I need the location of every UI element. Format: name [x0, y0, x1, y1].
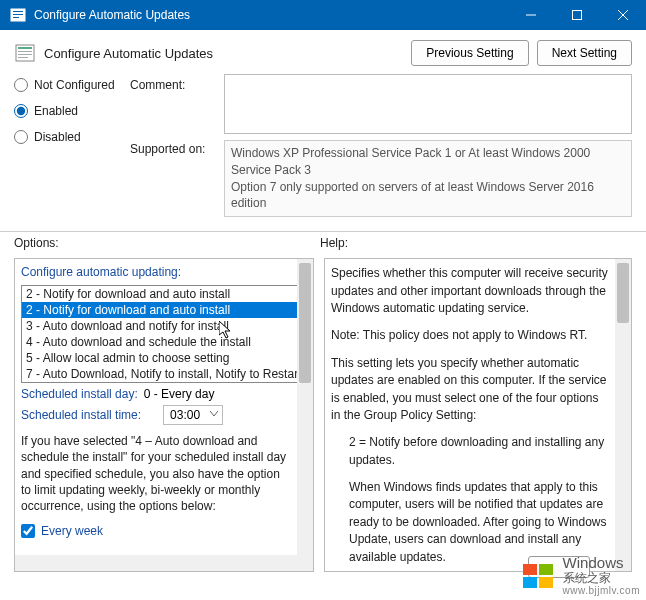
page-icon [14, 42, 36, 64]
help-paragraph: Specifies whether this computer will rec… [331, 265, 609, 317]
scheduled-day-value: 0 - Every day [144, 387, 215, 401]
header-row: Configure Automatic Updates Previous Set… [0, 30, 646, 74]
dropdown-option-3[interactable]: 3 - Auto download and notify for install [22, 318, 297, 334]
page-title: Configure Automatic Updates [44, 46, 403, 61]
horizontal-scrollbar[interactable] [15, 555, 297, 571]
svg-rect-1 [13, 11, 23, 12]
help-pane: Specifies whether this computer will rec… [324, 258, 632, 572]
svg-rect-5 [573, 11, 582, 20]
scrollbar-thumb[interactable] [299, 263, 311, 383]
titlebar: Configure Automatic Updates [0, 0, 646, 30]
help-content: Specifies whether this computer will rec… [325, 259, 615, 571]
svg-rect-9 [18, 47, 32, 49]
svg-rect-14 [539, 564, 553, 575]
panes: Configure automatic updating: 2 - Notify… [0, 250, 646, 572]
maximize-button[interactable] [554, 0, 600, 30]
window-controls [508, 0, 646, 30]
pane-headers: Options: Help: [0, 236, 646, 250]
previous-setting-button[interactable]: Previous Setting [411, 40, 528, 66]
svg-rect-3 [13, 17, 19, 18]
scheduled-time-label: Scheduled install time: [21, 408, 141, 422]
field-values: Windows XP Professional Service Pack 1 o… [224, 74, 632, 217]
minimize-button[interactable] [508, 0, 554, 30]
help-paragraph: This setting lets you specify whether au… [331, 355, 609, 425]
configure-updating-label: Configure automatic updating: [21, 265, 291, 279]
svg-rect-2 [13, 14, 23, 15]
dropdown-option-4[interactable]: 4 - Auto download and schedule the insta… [22, 334, 297, 350]
supported-on-label: Supported on: [130, 138, 220, 156]
windows-logo-icon [521, 560, 557, 592]
config-grid: Not Configured Enabled Disabled Comment:… [0, 74, 646, 223]
window-body: Configure Automatic Updates Previous Set… [0, 30, 646, 600]
scheduled-day-label: Scheduled install day: [21, 387, 138, 401]
app-icon [10, 7, 26, 23]
state-radios: Not Configured Enabled Disabled [14, 74, 126, 217]
close-button[interactable] [600, 0, 646, 30]
supported-on-text: Windows XP Professional Service Pack 1 o… [224, 140, 632, 217]
help-paragraph: 2 = Notify before downloading and instal… [331, 434, 609, 469]
scheduled-day-row: Scheduled install day: 0 - Every day [21, 387, 291, 401]
options-content: Configure automatic updating: 2 - Notify… [15, 259, 297, 571]
configure-updating-dropdown[interactable]: 2 - Notify for download and auto install… [21, 285, 297, 383]
help-paragraph: Note: This policy does not apply to Wind… [331, 327, 609, 344]
watermark-text: Windows 系统之家 www.bjjmlv.com [563, 555, 640, 596]
every-week-checkbox[interactable]: Every week [21, 524, 291, 538]
dropdown-option-current[interactable]: 2 - Notify for download and auto install [22, 286, 297, 302]
scheduled-time-row: Scheduled install time: 03:00 [21, 405, 291, 425]
svg-rect-12 [18, 57, 28, 58]
options-scrollbar[interactable] [297, 259, 313, 571]
window-title: Configure Automatic Updates [34, 8, 508, 22]
radio-not-configured[interactable]: Not Configured [14, 78, 126, 92]
dropdown-option-7[interactable]: 7 - Auto Download, Notify to install, No… [22, 366, 297, 382]
svg-rect-15 [523, 577, 537, 588]
svg-rect-10 [18, 51, 32, 52]
chevron-down-icon [210, 411, 218, 417]
radio-disabled[interactable]: Disabled [14, 130, 126, 144]
options-header: Options: [14, 236, 320, 250]
svg-rect-13 [523, 564, 537, 575]
svg-rect-16 [539, 577, 553, 588]
dropdown-option-5[interactable]: 5 - Allow local admin to choose setting [22, 350, 297, 366]
comment-textarea[interactable] [224, 74, 632, 134]
help-paragraph: When Windows finds updates that apply to… [331, 479, 609, 566]
watermark: Windows 系统之家 www.bjjmlv.com [521, 555, 640, 596]
next-setting-button[interactable]: Next Setting [537, 40, 632, 66]
scheduled-time-select[interactable]: 03:00 [163, 405, 223, 425]
options-pane: Configure automatic updating: 2 - Notify… [14, 258, 314, 572]
field-labels: Comment: Supported on: [130, 74, 220, 217]
radio-enabled[interactable]: Enabled [14, 104, 126, 118]
help-scrollbar[interactable] [615, 259, 631, 571]
scrollbar-thumb[interactable] [617, 263, 629, 323]
comment-label: Comment: [130, 74, 220, 138]
dropdown-option-2[interactable]: 2 - Notify for download and auto install [22, 302, 297, 318]
help-header: Help: [320, 236, 348, 250]
svg-rect-11 [18, 54, 32, 55]
divider [0, 231, 646, 232]
schedule-note: If you have selected "4 – Auto download … [21, 433, 291, 514]
